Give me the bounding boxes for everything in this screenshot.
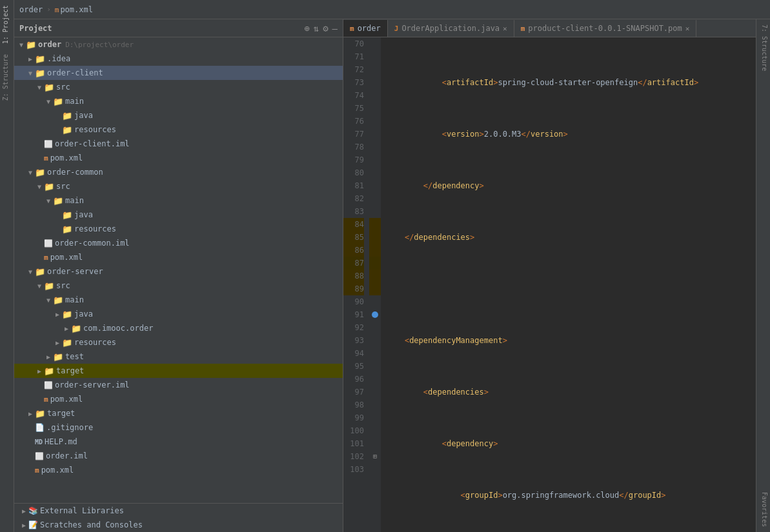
tree-item-src-1[interactable]: ▼ 📁 src — [14, 80, 343, 94]
folder-icon: 📁 — [44, 182, 54, 192]
tree-item-idea[interactable]: ▶ 📁 .idea — [14, 52, 343, 66]
tree-item-java-1[interactable]: 📁 java — [14, 108, 343, 123]
tree-label: test — [65, 352, 84, 361]
project-panel: Project ⊕ ⇅ ⚙ — ▼ 📁 order D:\project\ord… — [14, 19, 343, 532]
structure-tab-right[interactable]: 7: Structure — [756, 19, 770, 76]
tree-item-test[interactable]: ▶ 📁 test — [14, 350, 343, 364]
code-editor[interactable]: 70 71 72 73 74 75 76 77 78 79 80 81 82 8… — [343, 37, 756, 532]
arrow-icon: ▶ — [19, 522, 28, 529]
folder-icon: 📁 — [53, 352, 63, 362]
tree-item-root-pom[interactable]: m pom.xml — [14, 463, 343, 477]
tree-item-order-common-iml[interactable]: ⬜ order-common.iml — [14, 236, 343, 250]
tree-item-order-server-iml[interactable]: ⬜ order-server.iml — [14, 378, 343, 392]
iml-icon: ⬜ — [35, 452, 44, 460]
tree-label: HELP.md — [45, 437, 77, 446]
arrow-icon: ▶ — [26, 55, 35, 63]
collapse-tool-icon[interactable]: ⇅ — [314, 23, 319, 34]
folder-icon: 📁 — [62, 111, 72, 121]
tree-item-com-imooc[interactable]: ▶ 📁 com.imooc.order — [14, 321, 343, 335]
code-line-76: <dependencies> — [386, 386, 756, 399]
project-tab[interactable]: 1: Project — [0, 0, 14, 49]
scratches-label: Scratches and Consoles — [40, 520, 143, 529]
tree-item-main-2[interactable]: ▼ 📁 main — [14, 193, 343, 208]
tab-product-pom[interactable]: m product-client-0.0.1-SNAPSHOT.pom ✕ — [514, 20, 697, 37]
tree-item-order-server-pom[interactable]: m pom.xml — [14, 392, 343, 406]
code-line-73: </dependencies> — [386, 231, 756, 244]
arrow-icon: ▼ — [26, 169, 35, 176]
md-icon: MD — [35, 438, 43, 446]
code-content: <artifactId>spring-cloud-starter-openfei… — [381, 37, 756, 532]
external-libs-label: External Libraries — [40, 506, 124, 515]
tree-item-gitignore[interactable]: 📄 .gitignore — [14, 420, 343, 435]
tree-label: order.iml — [46, 451, 88, 460]
settings-tool-icon[interactable]: ⚙ — [323, 23, 328, 34]
tree-label: .gitignore — [46, 423, 93, 432]
tree-item-src-3[interactable]: ▼ 📁 src — [14, 279, 343, 293]
tree-label: pom.xml — [50, 395, 83, 404]
tree-item-main-1[interactable]: ▼ 📁 main — [14, 94, 343, 108]
tree-label: order-client — [47, 68, 103, 77]
tab-order[interactable]: m order — [343, 20, 388, 37]
tree-item-java-2[interactable]: 📁 java — [14, 208, 343, 222]
scratches-consoles-item[interactable]: ▶ 📝 Scratches and Consoles — [14, 518, 343, 532]
tree-label: order-common — [47, 168, 103, 177]
structure-tab-left[interactable]: Z: Structure — [0, 49, 14, 106]
folder-icon: 📁 — [35, 54, 45, 64]
folder-icon: 📁 — [62, 310, 72, 319]
tree-label: src — [56, 182, 70, 191]
arrow-icon: ▶ — [53, 339, 62, 346]
arrow-icon: ▼ — [26, 268, 35, 275]
tree-item-order-client[interactable]: ▼ 📁 order-client — [14, 66, 343, 80]
tree-item-order-iml[interactable]: ⬜ order.iml — [14, 449, 343, 463]
folder-icon: 📁 — [44, 366, 54, 376]
minimize-tool-icon[interactable]: — — [332, 23, 338, 34]
arrow-icon: ▼ — [44, 98, 53, 105]
external-libraries-item[interactable]: ▶ 📚 External Libraries — [14, 504, 343, 518]
tab-order-app-label: OrderApplication.java — [401, 24, 500, 33]
breadcrumb-bar: order › mpom.xml — [14, 0, 770, 19]
folder-icon: 📁 — [62, 338, 72, 348]
iml-icon: ⬜ — [44, 140, 53, 148]
tab-order-app[interactable]: J OrderApplication.java ✕ — [388, 20, 514, 37]
code-line-75: <dependencyManagement> — [386, 334, 756, 347]
add-tool-icon[interactable]: ⊕ — [304, 23, 309, 34]
tree-item-resources-1[interactable]: 📁 resources — [14, 123, 343, 137]
panel-tools: ⊕ ⇅ ⚙ — — [304, 23, 338, 34]
tree-item-order-client-iml[interactable]: ⬜ order-client.iml — [14, 137, 343, 151]
arrow-icon: ▶ — [53, 311, 62, 318]
fold-icon[interactable]: ⊞ — [373, 450, 377, 463]
tree-item-main-3[interactable]: ▼ 📁 main — [14, 293, 343, 307]
arrow-icon: ▼ — [35, 183, 44, 190]
arrow-icon: ▼ — [44, 297, 53, 304]
arrow-icon: ▼ — [17, 41, 26, 48]
left-sidebar: 1: Project Z: Structure — [0, 0, 14, 532]
tree-label: main — [65, 295, 84, 304]
tree-item-order-root[interactable]: ▼ 📁 order D:\project\order — [14, 37, 343, 52]
tree-item-order-client-pom[interactable]: m pom.xml — [14, 151, 343, 165]
close-icon2[interactable]: ✕ — [685, 25, 690, 33]
tree-item-target-server[interactable]: ▶ 📁 target — [14, 364, 343, 378]
close-icon[interactable]: ✕ — [503, 25, 507, 33]
tree-item-order-server[interactable]: ▼ 📁 order-server — [14, 264, 343, 279]
tree-item-help-md[interactable]: MD HELP.md — [14, 435, 343, 449]
tree-label: order-client.iml — [55, 139, 130, 148]
arrow-icon: ▼ — [44, 197, 53, 204]
scratches-icon: 📝 — [28, 520, 38, 529]
favorites-tab[interactable]: Favorites — [756, 487, 770, 532]
content-area: Project ⊕ ⇅ ⚙ — ▼ 📁 order D:\project\ord… — [14, 19, 770, 532]
arrow-icon: ▶ — [62, 325, 71, 332]
tree-item-order-common-pom[interactable]: m pom.xml — [14, 250, 343, 264]
panel-header: Project ⊕ ⇅ ⚙ — — [14, 19, 343, 37]
tree-item-order-common[interactable]: ▼ 📁 order-common — [14, 165, 343, 179]
folder-icon: 📁 — [26, 40, 36, 50]
tree-item-target-root[interactable]: ▶ 📁 target — [14, 406, 343, 420]
arrow-icon: ▶ — [26, 410, 35, 417]
main-container: order › mpom.xml Project ⊕ ⇅ ⚙ — ▼ — [14, 0, 770, 532]
tree-item-java-3[interactable]: ▶ 📁 java — [14, 307, 343, 321]
gutter: ⊞ — [369, 37, 381, 532]
tree-label: java — [74, 111, 93, 120]
folder-icon: 📁 — [62, 125, 72, 135]
tree-item-src-2[interactable]: ▼ 📁 src — [14, 179, 343, 193]
tree-item-resources-3[interactable]: ▶ 📁 resources — [14, 335, 343, 350]
tree-item-resources-2[interactable]: 📁 resources — [14, 222, 343, 236]
